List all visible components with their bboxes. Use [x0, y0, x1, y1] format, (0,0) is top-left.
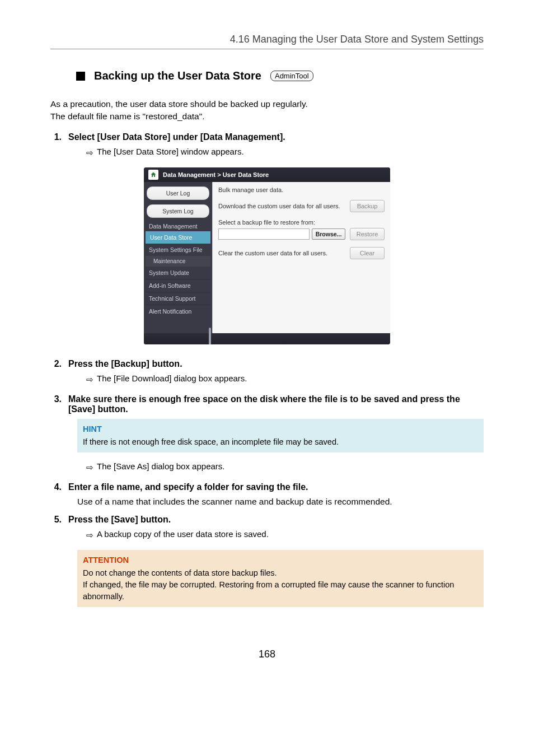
sidebar-item-addin-software[interactable]: Add-in Software [146, 279, 210, 292]
section-heading-row: Backing up the User Data Store AdminTool [76, 69, 484, 82]
step-5-number: 5. [50, 515, 62, 525]
step-5-text: Press the [Save] button. [68, 515, 484, 525]
home-icon[interactable] [148, 170, 158, 180]
section-title: Backing up the User Data Store [94, 69, 261, 82]
attention-line-2: If changed, the file may be corrupted. R… [83, 580, 454, 601]
hint-text: If there is not enough free disk space, … [83, 437, 339, 446]
step-4-note: Use of a name that includes the scanner … [77, 497, 484, 507]
sidebar-item-system-update[interactable]: System Update [146, 267, 210, 279]
step-1-result: ⇨ The [User Data Store] window appears. [86, 147, 484, 158]
sidebar: User Log System Log Data Management User… [144, 182, 212, 333]
page-header: 4.16 Managing the User Data Store and Sy… [50, 34, 484, 49]
sidebar-category-data-management: Data Management [146, 220, 210, 231]
arrow-icon: ⇨ [86, 147, 93, 158]
backup-button[interactable]: Backup [350, 200, 385, 212]
select-restore-label: Select a backup file to restore from: [218, 219, 385, 226]
download-label: Download the custom user data for all us… [218, 203, 345, 209]
intro-line-2: The default file name is "restored_data"… [50, 111, 205, 121]
sidebar-item-user-log[interactable]: User Log [147, 186, 209, 200]
step-5-result-text: A backup copy of the user data store is … [97, 529, 269, 539]
step-1-result-text: The [User Data Store] window appears. [97, 147, 244, 156]
sidebar-item-technical-support[interactable]: Technical Support [146, 292, 210, 305]
step-4: 4. Enter a file name, and specify a fold… [50, 482, 484, 492]
step-1-text: Select [User Data Store] under [Data Man… [68, 132, 484, 142]
step-3-result: ⇨ The [Save As] dialog box appears. [86, 461, 484, 473]
step-1-number: 1. [50, 132, 62, 142]
step-5-result: ⇨ A backup copy of the user data store i… [86, 529, 484, 541]
arrow-icon: ⇨ [86, 461, 93, 473]
step-4-text: Enter a file name, and specify a folder … [68, 482, 484, 492]
clear-button[interactable]: Clear [350, 247, 385, 259]
restore-button[interactable]: Restore [350, 228, 385, 240]
bulk-manage-label: Bulk manage user data. [218, 186, 385, 193]
window-footer [144, 333, 390, 344]
main-panel: Bulk manage user data. Download the cust… [212, 182, 390, 333]
sidebar-item-user-data-store[interactable]: User Data Store [146, 231, 210, 244]
step-1: 1. Select [User Data Store] under [Data … [50, 132, 484, 142]
hint-callout: HINT If there is not enough free disk sp… [77, 419, 484, 452]
hint-label: HINT [83, 423, 478, 435]
step-2-result-text: The [File Download] dialog box appears. [97, 374, 247, 383]
step-2-result: ⇨ The [File Download] dialog box appears… [86, 374, 484, 385]
admintool-badge: AdminTool [270, 71, 313, 81]
sidebar-item-system-settings-file[interactable]: System Settings File [146, 244, 210, 256]
step-3-result-text: The [Save As] dialog box appears. [97, 461, 224, 471]
window-titlebar: Data Management > User Data Store [144, 167, 390, 182]
step-3: 3. Make sure there is enough free space … [50, 394, 484, 414]
step-4-number: 4. [50, 482, 62, 492]
arrow-icon: ⇨ [86, 529, 93, 541]
step-2: 2. Press the [Backup] button. [50, 359, 484, 369]
sidebar-scrollbar-thumb[interactable] [209, 328, 211, 344]
step-2-number: 2. [50, 359, 62, 369]
attention-callout: ATTENTION Do not change the contents of … [77, 550, 484, 607]
attention-label: ATTENTION [83, 554, 478, 566]
user-data-store-window: Data Management > User Data Store User L… [144, 167, 390, 344]
intro-line-1: As a precaution, the user data store sho… [50, 99, 308, 109]
attention-line-1: Do not change the contents of data store… [83, 568, 277, 577]
restore-file-input[interactable] [218, 228, 310, 240]
clear-label: Clear the custom user data for all users… [218, 250, 345, 256]
sidebar-item-alert-notification[interactable]: Alert Notification [146, 305, 210, 318]
step-3-text: Make sure there is enough free space on … [68, 394, 484, 414]
arrow-icon: ⇨ [86, 374, 93, 385]
intro-paragraph: As a precaution, the user data store sho… [50, 98, 484, 123]
sidebar-item-system-log[interactable]: System Log [147, 204, 209, 218]
sidebar-category-maintenance: Maintenance [146, 256, 210, 267]
square-bullet-icon [76, 72, 85, 81]
step-2-text: Press the [Backup] button. [68, 359, 484, 369]
step-5: 5. Press the [Save] button. [50, 515, 484, 525]
page-number: 168 [50, 648, 484, 660]
step-3-number: 3. [50, 394, 62, 414]
browse-button[interactable]: Browse... [312, 228, 345, 240]
breadcrumb: Data Management > User Data Store [163, 171, 269, 178]
